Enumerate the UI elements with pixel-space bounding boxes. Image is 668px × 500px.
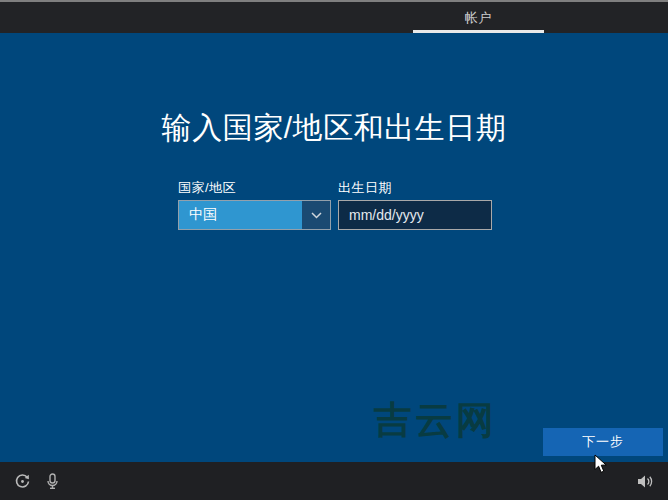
bottom-bar bbox=[0, 462, 668, 500]
oobe-main-area: 输入国家/地区和出生日期 国家/地区 中国 出生日期 吉云网 下一步 bbox=[0, 33, 668, 462]
next-button[interactable]: 下一步 bbox=[543, 428, 663, 456]
tab-account-label: 帐户 bbox=[465, 9, 493, 27]
tab-account[interactable]: 帐户 bbox=[413, 2, 544, 33]
chevron-down-icon bbox=[302, 201, 330, 229]
birthdate-input[interactable] bbox=[338, 200, 492, 230]
watermark-text: 吉云网 bbox=[374, 395, 497, 446]
country-birthdate-form: 国家/地区 中国 出生日期 bbox=[178, 179, 492, 230]
country-field-group: 国家/地区 中国 bbox=[178, 179, 331, 230]
country-select[interactable]: 中国 bbox=[178, 200, 331, 230]
country-select-value: 中国 bbox=[179, 201, 302, 229]
ease-of-access-icon[interactable] bbox=[13, 472, 31, 490]
country-label: 国家/地区 bbox=[178, 179, 331, 192]
volume-icon[interactable] bbox=[636, 472, 654, 490]
page-title: 输入国家/地区和出生日期 bbox=[0, 108, 668, 149]
birthdate-field-group: 出生日期 bbox=[338, 179, 492, 230]
microphone-icon[interactable] bbox=[43, 472, 61, 490]
top-bar: 帐户 bbox=[0, 0, 668, 33]
birthdate-label: 出生日期 bbox=[338, 179, 492, 192]
